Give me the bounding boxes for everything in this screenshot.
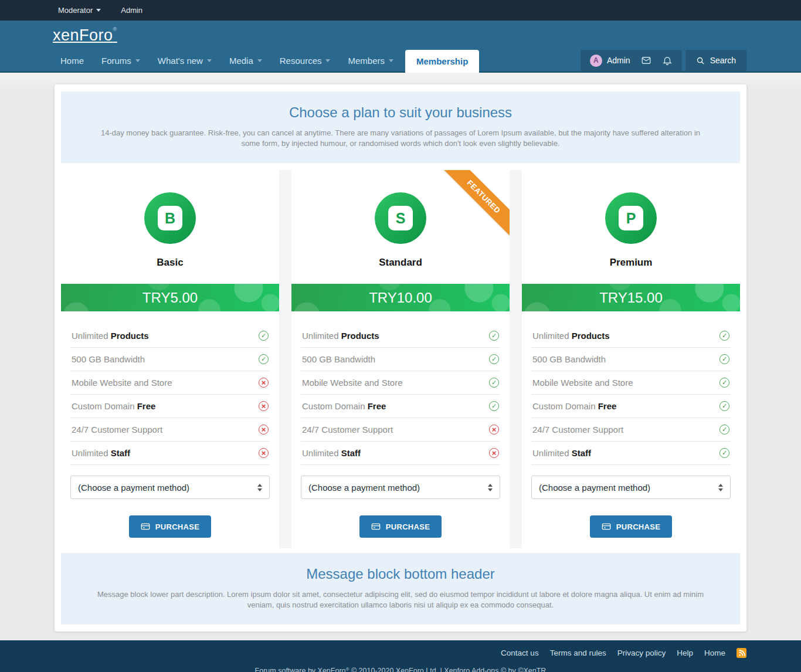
footer-help[interactable]: Help: [677, 649, 693, 657]
bell-icon[interactable]: [662, 55, 673, 66]
feature-row: Unlimited Staff: [70, 442, 270, 465]
plan-standard-icon: S: [375, 192, 426, 244]
nav-media[interactable]: Media: [223, 50, 268, 71]
nav-resources[interactable]: Resources: [274, 50, 337, 71]
feature-status-icon: [719, 378, 729, 388]
feature-label: Mobile Website and Store: [532, 378, 633, 388]
username-label: Admin: [607, 56, 630, 65]
price-label: TRY5.00: [142, 290, 198, 306]
feature-label: Custom Domain Free: [532, 401, 616, 411]
feature-row: Custom Domain Free: [301, 395, 500, 418]
pricing-plans: B Basic TRY5.00 Unlimited Products 500 G…: [61, 170, 740, 548]
feature-status-icon: [489, 448, 499, 458]
search-button[interactable]: Search: [685, 50, 746, 71]
purchase-button[interactable]: PURCHASE: [129, 515, 211, 538]
footer-terms[interactable]: Terms and rules: [550, 649, 606, 657]
bottom-message-block: Message block bottom header Message bloc…: [61, 553, 740, 625]
bottom-message-description: Message block lower part description. Lo…: [96, 589, 705, 610]
chevron-down-icon: [207, 59, 212, 62]
price-label: TRY10.00: [369, 290, 432, 306]
nav-members-label: Members: [348, 56, 385, 66]
feature-status-icon: [489, 378, 499, 388]
footer-home[interactable]: Home: [704, 649, 725, 657]
feature-row: Mobile Website and Store: [70, 371, 270, 395]
feature-label: Unlimited Products: [72, 331, 149, 341]
feature-label: Unlimited Staff: [72, 448, 130, 458]
chevron-down-icon: [96, 9, 101, 12]
payment-method-select[interactable]: (Choose a payment method): [70, 476, 270, 499]
select-spinner-icon: [257, 484, 262, 491]
feature-status-icon: [259, 448, 269, 458]
payment-method-select[interactable]: (Choose a payment method): [301, 476, 500, 499]
chevron-down-icon: [135, 59, 140, 62]
footer-privacy[interactable]: Privacy policy: [617, 649, 666, 657]
purchase-button-label: PURCHASE: [155, 522, 199, 531]
tab-membership[interactable]: Membership: [405, 50, 479, 73]
feature-status-icon: [489, 401, 499, 411]
credit-card-icon: [371, 522, 381, 531]
plan-title: Basic: [61, 257, 279, 269]
price-banner: TRY10.00: [291, 284, 510, 311]
search-label: Search: [710, 56, 736, 65]
price-label: TRY15.00: [599, 290, 663, 306]
intro-description: 14-day money back guarantee. Risk-free, …: [96, 128, 705, 149]
feature-row: Mobile Website and Store: [531, 371, 731, 395]
addons-copyright-link[interactable]: Xenforo Add-ons © by ©XenTR: [444, 667, 546, 672]
feature-label: Unlimited Staff: [532, 448, 591, 458]
feature-list: Unlimited Products 500 GB Bandwidth Mobi…: [531, 324, 731, 465]
moderator-menu[interactable]: Moderator: [58, 6, 101, 15]
feature-label: 500 GB Bandwidth: [302, 354, 375, 364]
feature-label: 500 GB Bandwidth: [532, 354, 606, 364]
feature-list: Unlimited Products 500 GB Bandwidth Mobi…: [70, 324, 270, 465]
select-spinner-icon: [718, 484, 723, 491]
feature-label: Unlimited Products: [302, 331, 379, 341]
plan-title: Premium: [522, 257, 740, 269]
feature-status-icon: [719, 331, 729, 341]
feature-status-icon: [259, 331, 269, 341]
credit-card-icon: [141, 522, 150, 531]
plan-title: Standard: [291, 257, 510, 269]
bottom-message-title: Message block bottom header: [96, 566, 705, 582]
purchase-button-label: PURCHASE: [386, 522, 430, 531]
feature-row: Unlimited Staff: [301, 442, 500, 465]
account-menu[interactable]: A Admin: [590, 55, 630, 67]
plan-premium-icon: P: [605, 192, 657, 244]
nav-whats-new[interactable]: What's new: [152, 50, 218, 71]
envelope-icon[interactable]: [641, 55, 651, 66]
feature-row: Unlimited Staff: [531, 442, 731, 465]
nav-home-label: Home: [60, 56, 84, 66]
admin-link[interactable]: Admin: [121, 6, 142, 15]
feature-row: Mobile Website and Store: [301, 371, 500, 395]
feature-row: Unlimited Products: [301, 324, 500, 348]
feature-row: 24/7 Customer Support: [70, 418, 270, 442]
feature-status-icon: [489, 331, 499, 341]
purchase-button[interactable]: PURCHASE: [359, 515, 442, 538]
moderator-menu-label: Moderator: [58, 6, 93, 15]
payment-select-value: (Choose a payment method): [539, 483, 650, 493]
copyright-separator: |: [440, 667, 442, 672]
feature-status-icon: [719, 401, 729, 411]
feature-label: Custom Domain Free: [302, 401, 386, 411]
feature-row: 500 GB Bandwidth: [70, 348, 270, 371]
rss-icon[interactable]: [736, 648, 746, 658]
purchase-button[interactable]: PURCHASE: [590, 515, 672, 538]
page-body: Choose a plan to suit your business 14-d…: [0, 73, 801, 640]
nav-forums[interactable]: Forums: [96, 50, 146, 71]
xenforo-copyright-link[interactable]: Forum software by XenForo® © 2010-2020 X…: [255, 667, 439, 672]
feature-row: 500 GB Bandwidth: [301, 348, 500, 371]
plan-basic-icon: B: [144, 192, 196, 244]
plan-card-standard: FEATURED S Standard TRY10.00 Unlimited P…: [291, 170, 510, 548]
xenforo-logo[interactable]: xenForo®: [53, 26, 117, 45]
feature-status-icon: [489, 354, 499, 364]
search-icon: [696, 56, 705, 65]
nav-home[interactable]: Home: [55, 50, 90, 71]
payment-method-select[interactable]: (Choose a payment method): [531, 476, 731, 499]
chevron-down-icon: [325, 59, 330, 62]
footer-contact-us[interactable]: Contact us: [501, 649, 539, 657]
nav-members[interactable]: Members: [342, 50, 399, 71]
feature-row: Custom Domain Free: [70, 395, 270, 418]
feature-status-icon: [259, 425, 269, 435]
feature-label: Unlimited Staff: [302, 448, 361, 458]
feature-label: Unlimited Products: [532, 331, 610, 341]
feature-row: Custom Domain Free: [531, 395, 731, 418]
